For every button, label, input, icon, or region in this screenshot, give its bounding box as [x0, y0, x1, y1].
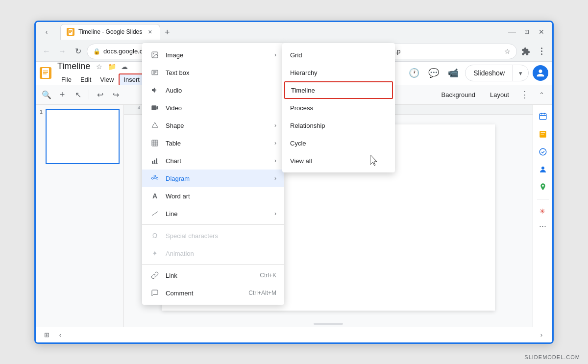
redo-btn[interactable]: ↪: [109, 88, 122, 101]
table-icon: [150, 138, 160, 148]
new-tab-btn[interactable]: +: [160, 26, 174, 40]
menu-view[interactable]: View: [96, 74, 118, 85]
svg-point-20: [153, 53, 154, 54]
slide-thumbnail[interactable]: [46, 109, 120, 164]
browser-back-btn[interactable]: ‹: [40, 25, 53, 39]
shape-icon: [150, 121, 160, 130]
app-title: Timeline: [57, 62, 90, 72]
extensions-btn[interactable]: [519, 45, 533, 58]
slide-list: 1: [40, 109, 120, 164]
chart-arrow: ›: [274, 157, 276, 164]
insert-video-item[interactable]: Video: [142, 99, 284, 117]
textbox-label: Text box: [166, 69, 276, 76]
image-label: Image: [166, 51, 269, 59]
svg-rect-6: [43, 72, 48, 73]
tab-favicon: [67, 28, 74, 36]
collapse-btn[interactable]: ⌃: [535, 88, 548, 101]
back-btn[interactable]: ←: [40, 45, 53, 58]
audio-icon: [150, 85, 160, 95]
insert-diagram-item[interactable]: Diagram ›: [142, 170, 284, 187]
svg-rect-14: [540, 134, 544, 134]
diagram-arrow: ›: [274, 175, 276, 182]
menu-file[interactable]: File: [57, 74, 75, 85]
insert-link-item[interactable]: Link Ctrl+K: [142, 267, 284, 284]
submenu-process[interactable]: Process: [282, 99, 395, 117]
hierarchy-label: Hierarchy: [290, 69, 318, 76]
animation-icon: ✦: [150, 248, 160, 258]
scroll-bar: [314, 323, 343, 325]
submenu-cycle[interactable]: Cycle: [282, 134, 395, 152]
chat-btn[interactable]: 💬: [426, 65, 441, 81]
submenu-viewall[interactable]: View all: [282, 152, 395, 170]
submenu-relationship[interactable]: Relationship: [282, 117, 395, 134]
profile-btn[interactable]: [533, 65, 548, 81]
diagram-icon: [150, 173, 160, 183]
close-window-btn[interactable]: ✕: [535, 25, 548, 39]
svg-text:✳: ✳: [539, 207, 545, 215]
expand-btn[interactable]: ›: [535, 328, 548, 341]
app-logo: [40, 67, 51, 79]
submenu-hierarchy[interactable]: Hierarchy: [282, 64, 395, 81]
insert-image-item[interactable]: Image ›: [142, 46, 284, 64]
video-label: Video: [166, 104, 276, 112]
insert-comment-item[interactable]: Comment Ctrl+Alt+M: [142, 284, 284, 302]
slideshow-main-btn[interactable]: Slideshow: [466, 65, 513, 81]
active-tab[interactable]: Timeline - Google Slides ×: [60, 24, 160, 40]
submenu-timeline[interactable]: Timeline: [284, 81, 393, 99]
camera-btn[interactable]: 📹: [445, 65, 461, 81]
insert-textbox-item[interactable]: Text box: [142, 64, 284, 81]
audio-label: Audio: [166, 87, 276, 94]
layout-btn[interactable]: Layout: [484, 89, 515, 100]
bookmark-icon[interactable]: ☆: [504, 48, 511, 55]
bottom-bar: ⊞ ‹ ›: [36, 327, 552, 342]
sidebar-tasks-btn[interactable]: [535, 144, 551, 160]
lock-icon: 🔒: [93, 48, 100, 55]
more-options-btn[interactable]: ⋮: [518, 88, 532, 101]
slideshow-dropdown-btn[interactable]: ▾: [513, 65, 528, 81]
collapse-panel-btn[interactable]: ‹: [53, 328, 67, 341]
slide-number: 1: [40, 109, 43, 115]
reload-btn[interactable]: ↻: [71, 45, 85, 58]
cursor-btn[interactable]: ↖: [71, 88, 85, 101]
chrome-menu-btn[interactable]: [535, 45, 548, 58]
svg-rect-7: [43, 73, 47, 74]
insert-audio-item[interactable]: Audio: [142, 81, 284, 99]
undo-btn[interactable]: ↩: [93, 88, 107, 101]
tab-close-btn[interactable]: ×: [146, 28, 154, 36]
submenu-grid[interactable]: Grid: [282, 46, 395, 64]
maximize-btn[interactable]: ⊡: [520, 25, 534, 39]
comment-shortcut: Ctrl+Alt+M: [248, 290, 276, 296]
toolbar-right-section: Background Layout ⋮ ⌃: [436, 88, 548, 101]
sidebar-more-dots: ···: [539, 221, 546, 231]
sidebar-notes-btn[interactable]: [535, 126, 551, 142]
background-btn[interactable]: Background: [436, 89, 481, 100]
forward-btn[interactable]: →: [55, 45, 69, 58]
menu-insert[interactable]: Insert: [119, 73, 145, 86]
insert-dropdown: Image › Text box Audio: [142, 43, 284, 305]
history-btn[interactable]: 🕐: [406, 65, 422, 81]
minimize-btn[interactable]: —: [505, 25, 519, 39]
grid-view-btn[interactable]: ⊞: [40, 328, 53, 341]
sidebar-asterisk-btn[interactable]: ✳: [535, 203, 551, 219]
svg-point-35: [151, 177, 153, 179]
add-btn[interactable]: +: [55, 88, 69, 101]
wordart-icon: A: [150, 191, 160, 201]
star-btn[interactable]: ☆: [93, 62, 105, 73]
sidebar-contacts-btn[interactable]: [535, 162, 551, 177]
sidebar-calendar-btn[interactable]: [535, 109, 551, 124]
menu-edit[interactable]: Edit: [76, 74, 95, 85]
insert-wordart-item[interactable]: A Word art: [142, 187, 284, 205]
insert-table-item[interactable]: Table ›: [142, 134, 284, 152]
tab-title: Timeline - Google Slides: [78, 28, 142, 35]
diagram-submenu: Grid Hierarchy Timeline Process Relation…: [282, 43, 395, 172]
sidebar-maps-btn[interactable]: [535, 179, 551, 195]
folder-btn[interactable]: 📁: [106, 62, 118, 73]
cloud-btn[interactable]: ☁: [119, 62, 130, 73]
insert-line-item[interactable]: Line ›: [142, 205, 284, 222]
table-label: Table: [166, 140, 269, 147]
svg-rect-8: [539, 114, 546, 120]
search-btn[interactable]: 🔍: [40, 88, 53, 101]
insert-chart-item[interactable]: Chart ›: [142, 152, 284, 170]
insert-shape-item[interactable]: Shape ›: [142, 117, 284, 134]
divider-1: [142, 224, 284, 225]
